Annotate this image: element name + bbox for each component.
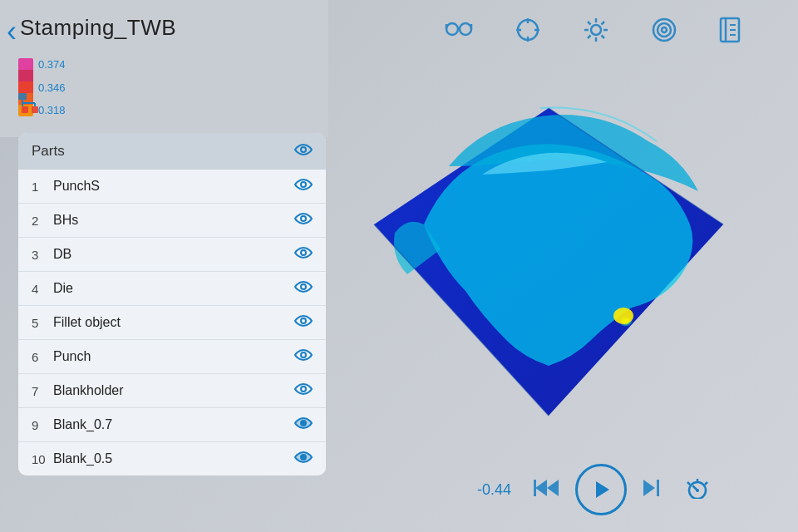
svg-line-20 bbox=[602, 22, 605, 25]
svg-point-54 bbox=[301, 352, 306, 357]
part-visibility-7[interactable] bbox=[294, 382, 313, 399]
book-icon[interactable] bbox=[719, 17, 744, 49]
part-name: Fillet object bbox=[53, 315, 294, 330]
svg-rect-44 bbox=[32, 106, 38, 113]
toolbar bbox=[407, 17, 781, 49]
svg-point-51 bbox=[301, 250, 306, 255]
part-number: 4 bbox=[32, 282, 53, 296]
part-name: Blank_0.5 bbox=[53, 451, 294, 466]
part-visibility-4[interactable] bbox=[294, 280, 313, 297]
svg-marker-30 bbox=[535, 480, 547, 496]
part-visibility-10[interactable] bbox=[294, 451, 313, 467]
part-number: 7 bbox=[32, 384, 53, 398]
part-row-4[interactable]: 4 Die bbox=[18, 272, 326, 306]
svg-point-41 bbox=[696, 489, 699, 492]
svg-point-13 bbox=[591, 25, 601, 35]
part-name: Punch bbox=[53, 349, 294, 364]
svg-point-56 bbox=[301, 421, 306, 426]
svg-point-2 bbox=[613, 308, 633, 324]
svg-point-53 bbox=[301, 318, 306, 323]
part-number: 10 bbox=[32, 452, 53, 466]
rewind-button[interactable] bbox=[534, 476, 560, 504]
svg-point-3 bbox=[446, 23, 458, 35]
scale-value-top: 0.374 bbox=[38, 58, 66, 71]
part-name: DB bbox=[53, 247, 294, 262]
svg-point-50 bbox=[301, 216, 306, 221]
part-number: 9 bbox=[32, 418, 53, 432]
part-visibility-9[interactable] bbox=[294, 416, 313, 433]
svg-point-24 bbox=[662, 27, 667, 32]
step-forward-button[interactable] bbox=[642, 476, 668, 504]
svg-point-48 bbox=[301, 147, 306, 152]
part-number: 5 bbox=[32, 316, 53, 330]
svg-marker-31 bbox=[547, 480, 559, 496]
part-name: Blank_0.7 bbox=[53, 417, 294, 432]
part-visibility-3[interactable] bbox=[294, 246, 313, 263]
svg-rect-42 bbox=[18, 93, 27, 100]
circle-layers-icon[interactable] bbox=[651, 17, 677, 49]
playback-controls: -0.44 bbox=[407, 464, 781, 515]
parts-panel: Parts 1 PunchS 2 BHs 3 DB bbox=[18, 133, 326, 475]
view-glasses-icon[interactable] bbox=[445, 17, 473, 49]
part-visibility-2[interactable] bbox=[294, 212, 313, 229]
part-row-5[interactable]: 5 Fillet object bbox=[18, 306, 326, 340]
settings-sun-icon[interactable] bbox=[583, 17, 609, 49]
part-number: 2 bbox=[32, 214, 53, 228]
svg-line-21 bbox=[588, 36, 591, 39]
part-number: 1 bbox=[32, 180, 53, 194]
svg-point-23 bbox=[658, 23, 671, 37]
part-name: PunchS bbox=[53, 179, 294, 194]
part-visibility-5[interactable] bbox=[294, 314, 313, 331]
parts-visibility-toggle[interactable] bbox=[294, 143, 313, 160]
part-row-9[interactable]: 9 Blank_0.7 bbox=[18, 408, 326, 442]
part-name: Die bbox=[53, 281, 294, 296]
svg-point-57 bbox=[301, 455, 306, 460]
back-button[interactable]: ‹ bbox=[7, 17, 17, 47]
sidebar: ‹ Stamping_TWB 0.374 0.346 0.318 bbox=[0, 0, 328, 532]
svg-line-39 bbox=[705, 482, 707, 485]
part-visibility-6[interactable] bbox=[294, 348, 313, 365]
part-row-10[interactable]: 10 Blank_0.5 bbox=[18, 442, 326, 475]
part-row-7[interactable]: 7 Blankholder bbox=[18, 374, 326, 408]
svg-point-55 bbox=[301, 387, 306, 392]
svg-point-52 bbox=[301, 284, 306, 289]
3d-shape bbox=[316, 50, 781, 466]
time-display: -0.44 bbox=[477, 481, 519, 499]
svg-marker-33 bbox=[596, 481, 609, 498]
part-name: BHs bbox=[53, 213, 294, 228]
svg-point-49 bbox=[301, 182, 306, 187]
part-name: Blankholder bbox=[53, 383, 294, 398]
parts-header-label: Parts bbox=[32, 143, 65, 160]
app-title: Stamping_TWB bbox=[20, 15, 176, 41]
speed-button[interactable] bbox=[683, 475, 712, 505]
part-number: 3 bbox=[32, 248, 53, 262]
target-icon[interactable] bbox=[515, 17, 541, 49]
part-row-6[interactable]: 6 Punch bbox=[18, 340, 326, 374]
play-button[interactable] bbox=[575, 464, 627, 515]
part-row-1[interactable]: 1 PunchS bbox=[18, 170, 326, 204]
svg-point-4 bbox=[460, 23, 471, 35]
svg-marker-34 bbox=[643, 480, 655, 496]
tree-view-icon[interactable] bbox=[18, 91, 48, 119]
part-row-3[interactable]: 3 DB bbox=[18, 238, 326, 272]
part-visibility-1[interactable] bbox=[294, 178, 313, 195]
svg-rect-35 bbox=[657, 480, 659, 496]
svg-line-19 bbox=[602, 36, 605, 39]
svg-rect-43 bbox=[22, 106, 28, 113]
part-row-2[interactable]: 2 BHs bbox=[18, 204, 326, 238]
parts-header: Parts bbox=[18, 133, 326, 170]
svg-line-18 bbox=[588, 22, 591, 25]
part-number: 6 bbox=[32, 350, 53, 364]
svg-rect-32 bbox=[534, 480, 536, 496]
svg-line-38 bbox=[687, 482, 690, 485]
